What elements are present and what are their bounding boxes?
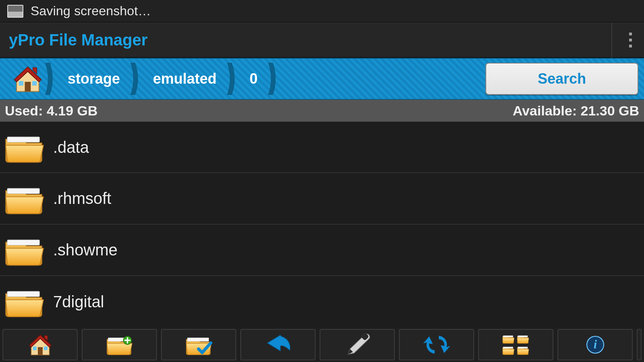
list-item[interactable]: .rhmsoft [0, 173, 644, 224]
info-button[interactable] [557, 329, 633, 360]
new-folder-button[interactable] [82, 329, 157, 360]
storage-used: Used: 4.19 GB [5, 103, 98, 119]
chevron-icon [266, 61, 279, 97]
breadcrumb-bar: storage emulated 0 Search [0, 58, 644, 100]
app-title: yPro File Manager [9, 31, 611, 49]
file-name: .rhmsoft [47, 189, 111, 208]
breadcrumb-item-emulated[interactable]: emulated [141, 59, 225, 99]
list-item[interactable]: .showme [0, 224, 644, 276]
storage-available: Available: 21.30 GB [513, 103, 639, 119]
list-item[interactable]: 7digital [0, 276, 644, 327]
file-name: .data [47, 138, 89, 156]
file-name: .showme [47, 241, 118, 259]
back-button[interactable] [240, 329, 316, 360]
file-list[interactable]: .data .rhmsoft .showme 7digital [0, 121, 644, 327]
folder-icon [2, 181, 47, 216]
refresh-icon [423, 333, 451, 357]
refresh-button[interactable] [399, 329, 474, 360]
breadcrumb-label: 0 [237, 70, 266, 87]
status-bar: Saving screenshot… [0, 0, 644, 23]
toolbar-overflow-sliver[interactable] [637, 329, 642, 360]
storage-summary: Used: 4.19 GB Available: 21.30 GB [0, 100, 644, 121]
folder-check-icon [185, 333, 213, 357]
breadcrumb-item-storage[interactable]: storage [56, 59, 129, 99]
home-icon [12, 64, 43, 94]
folder-icon [2, 233, 47, 267]
info-icon [581, 333, 609, 357]
chevron-icon [129, 61, 141, 97]
home-button[interactable] [2, 329, 78, 360]
folder-plus-icon [105, 333, 134, 357]
back-arrow-icon [264, 333, 292, 357]
search-button[interactable]: Search [485, 63, 638, 95]
file-name: 7digital [47, 293, 104, 311]
multi-folder-icon [502, 333, 530, 357]
chevron-icon [43, 61, 56, 97]
home-icon [27, 333, 53, 357]
list-item[interactable]: .data [0, 121, 644, 173]
bottom-toolbar [0, 327, 644, 362]
folder-icon [2, 130, 47, 165]
edit-button[interactable] [320, 329, 395, 360]
title-bar-separator [611, 23, 612, 58]
status-notification-text: Saving screenshot… [31, 4, 151, 19]
title-bar: yPro File Manager [0, 23, 644, 58]
multi-view-button[interactable] [478, 329, 553, 360]
pen-icon [343, 333, 372, 357]
breadcrumb-label: emulated [141, 70, 225, 87]
folder-icon [2, 284, 47, 319]
chevron-icon [225, 61, 237, 97]
search-button-label: Search [538, 70, 586, 87]
select-button[interactable] [161, 329, 236, 360]
breadcrumb-home[interactable] [12, 59, 43, 99]
overflow-menu-button[interactable] [626, 30, 635, 50]
breadcrumb-item-0[interactable]: 0 [237, 59, 266, 99]
breadcrumb-label: storage [56, 70, 129, 87]
screenshot-icon [7, 5, 23, 18]
